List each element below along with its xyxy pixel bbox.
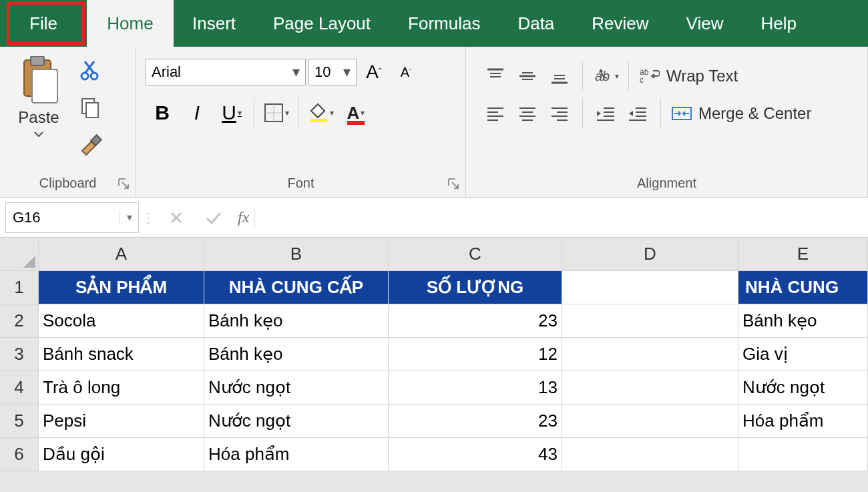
cell-D5[interactable] — [562, 405, 738, 438]
fx-icon[interactable]: fx — [232, 208, 255, 226]
svg-rect-6 — [86, 103, 98, 117]
tab-view[interactable]: View — [668, 0, 742, 47]
cell-A5[interactable]: Pepsi — [39, 405, 204, 438]
cell-E1[interactable]: NHÀ CUNG — [738, 271, 868, 304]
cell-A1[interactable]: SẢN PHẨM — [39, 271, 204, 304]
align-top-button[interactable] — [479, 60, 511, 92]
italic-button[interactable]: I — [180, 96, 214, 130]
tab-help[interactable]: Help — [742, 0, 815, 47]
svg-rect-1 — [31, 56, 44, 65]
col-header-B[interactable]: B — [204, 238, 389, 271]
decrease-font-button[interactable]: Aˇ — [391, 59, 421, 85]
row-header-6[interactable]: 6 — [0, 438, 39, 471]
cell-D2[interactable] — [562, 304, 738, 338]
orientation-button[interactable]: ab ▾ — [590, 60, 622, 92]
font-size-select[interactable]: 10 ▾ — [308, 59, 357, 85]
chevron-down-icon[interactable]: ▾ — [120, 211, 138, 224]
svg-text:c: c — [640, 75, 644, 85]
row-header-3[interactable]: 3 — [0, 338, 39, 371]
col-header-A[interactable]: A — [39, 238, 204, 271]
cell-C5[interactable]: 23 — [389, 405, 562, 438]
cell-C2[interactable]: 23 — [389, 304, 562, 338]
svg-rect-12 — [347, 121, 365, 125]
cell-E5[interactable]: Hóa phẩm — [738, 405, 868, 438]
cell-D1[interactable] — [562, 271, 738, 304]
paste-button[interactable]: Paste — [3, 52, 75, 140]
row-header-5[interactable]: 5 — [0, 405, 39, 438]
formula-bar-grip[interactable]: ⋮ — [139, 210, 158, 226]
font-launcher-icon[interactable] — [447, 177, 460, 190]
tab-insert[interactable]: Insert — [174, 0, 254, 47]
formula-input[interactable] — [255, 204, 868, 231]
tab-home[interactable]: Home — [87, 0, 174, 47]
cancel-formula-button[interactable] — [158, 204, 195, 231]
merge-center-button[interactable]: Merge & Center — [668, 97, 815, 130]
tab-page-layout[interactable]: Page Layout — [254, 0, 389, 47]
cell-C1[interactable]: SỐ LƯỢNG — [389, 271, 562, 304]
row-header-1[interactable]: 1 — [0, 271, 39, 304]
cell-E2[interactable]: Bánh kẹo — [738, 304, 868, 338]
select-all-corner[interactable] — [0, 238, 39, 271]
align-middle-button[interactable] — [511, 60, 544, 92]
cell-E6[interactable] — [738, 438, 868, 471]
group-label-font: Font — [136, 176, 465, 197]
cell-A4[interactable]: Trà ô long — [39, 371, 204, 405]
align-center-button[interactable] — [511, 97, 544, 130]
decrease-indent-button[interactable] — [590, 97, 622, 130]
borders-button[interactable]: ▾ — [260, 96, 293, 130]
cell-B5[interactable]: Nước ngọt — [204, 405, 389, 438]
cell-C6[interactable]: 43 — [389, 438, 562, 471]
align-left-button[interactable] — [479, 97, 511, 130]
chevron-down-icon: ▾ — [336, 63, 351, 81]
name-box-value: G16 — [6, 209, 120, 226]
clipboard-launcher-icon[interactable] — [117, 177, 130, 190]
cell-B3[interactable]: Bánh kẹo — [204, 338, 389, 371]
font-name-select[interactable]: Arial ▾ — [146, 59, 306, 85]
enter-formula-button[interactable] — [195, 204, 232, 231]
svg-rect-2 — [32, 69, 57, 103]
underline-button[interactable]: U▾ — [215, 96, 248, 130]
row-header-4[interactable]: 4 — [0, 371, 39, 405]
cell-C4[interactable]: 13 — [389, 371, 562, 405]
col-header-E[interactable]: E — [738, 238, 868, 271]
cell-C3[interactable]: 12 — [389, 338, 562, 371]
row-header-2[interactable]: 2 — [0, 304, 39, 338]
group-alignment: ab ▾ abc Wrap Text Merge & — [466, 47, 868, 197]
tab-review[interactable]: Review — [573, 0, 667, 47]
cell-E3[interactable]: Gia vị — [738, 338, 868, 371]
font-color-button[interactable]: A ▾ — [339, 96, 373, 130]
col-header-C[interactable]: C — [389, 238, 562, 271]
align-bottom-button[interactable] — [544, 60, 576, 92]
cell-B6[interactable]: Hóa phẩm — [204, 438, 389, 471]
tab-data[interactable]: Data — [499, 0, 573, 47]
col-header-D[interactable]: D — [562, 238, 738, 271]
group-font: Arial ▾ 10 ▾ Aˆ Aˇ B I U▾ ▾ — [136, 47, 466, 197]
tab-file[interactable]: File — [0, 0, 87, 47]
group-label-alignment: Alignment — [466, 176, 867, 197]
copy-button[interactable] — [75, 92, 107, 123]
cell-D3[interactable] — [562, 338, 738, 371]
increase-font-button[interactable]: Aˆ — [359, 59, 389, 85]
spreadsheet-grid: A B C D E 1 SẢN PHẨM NHÀ CUNG CẤP SỐ LƯỢ… — [0, 238, 868, 471]
tab-formulas[interactable]: Formulas — [389, 0, 499, 47]
cell-A6[interactable]: Dầu gội — [39, 438, 204, 471]
ribbon-body: Paste Clipboard — [0, 47, 868, 198]
bold-button[interactable]: B — [146, 96, 179, 130]
cell-B2[interactable]: Bánh kẹo — [204, 304, 389, 338]
chevron-down-icon[interactable] — [33, 128, 44, 140]
cell-B1[interactable]: NHÀ CUNG CẤP — [204, 271, 389, 304]
cut-button[interactable] — [75, 55, 107, 85]
cell-D4[interactable] — [562, 371, 738, 405]
cell-D6[interactable] — [562, 438, 738, 471]
name-box[interactable]: G16 ▾ — [5, 202, 139, 233]
cell-A2[interactable]: Socola — [39, 304, 204, 338]
cell-E4[interactable]: Nước ngọt — [738, 371, 868, 405]
wrap-text-button[interactable]: abc Wrap Text — [636, 60, 742, 92]
increase-indent-button[interactable] — [622, 97, 654, 130]
align-right-button[interactable] — [544, 97, 576, 130]
fill-color-button[interactable]: ▾ — [304, 96, 338, 130]
cell-A3[interactable]: Bánh snack — [39, 338, 204, 371]
format-painter-button[interactable] — [75, 130, 107, 160]
cell-B4[interactable]: Nước ngọt — [204, 371, 389, 405]
formula-bar: G16 ▾ ⋮ fx — [0, 198, 868, 238]
